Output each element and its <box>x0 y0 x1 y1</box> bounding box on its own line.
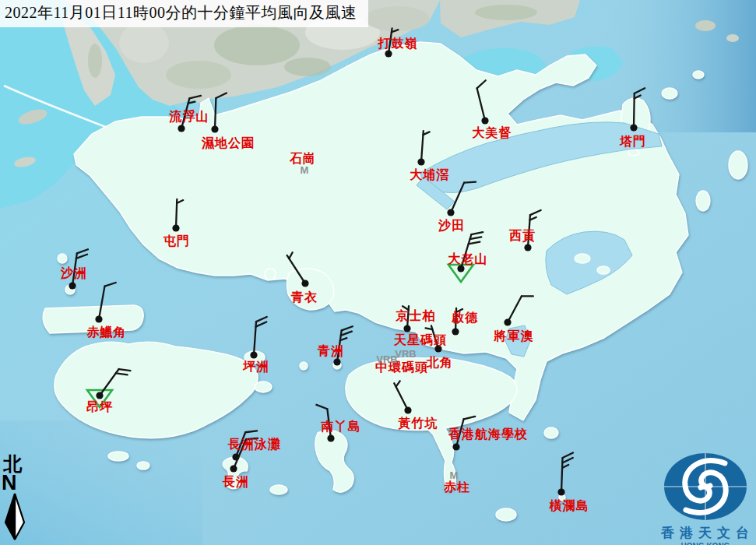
station-tseung-kwan-o <box>504 296 533 325</box>
wind-barb-full <box>316 405 327 409</box>
station-dot <box>417 158 424 165</box>
wind-barb-full <box>562 458 572 463</box>
station-dot <box>452 443 459 450</box>
wind-barb-full <box>342 326 353 330</box>
station-ngong-ping <box>96 369 130 399</box>
station-peng-chau <box>250 317 266 359</box>
station-wong-chuk-hang <box>394 381 411 413</box>
wind-barb-half <box>244 443 251 444</box>
station-dot <box>95 315 102 322</box>
wind-barb-staff <box>99 287 104 319</box>
station-dot <box>178 125 185 132</box>
wind-barb-full <box>246 438 258 439</box>
station-tai-po-kau <box>417 131 429 166</box>
station-dot <box>452 328 459 335</box>
wind-barb-full <box>464 182 476 183</box>
hko-logo-name-cn: 香港天文台 <box>659 524 756 542</box>
station-dot <box>403 325 410 332</box>
compass-needle-icon <box>2 493 28 541</box>
hko-logo-icon <box>659 452 751 523</box>
wind-map: 打鼓嶺流浮山濕地公園大美督大埔滘塔門沙田西貢屯門沙洲大老山赤鱲角青衣坪洲青洲京士… <box>0 0 756 545</box>
station-dot <box>69 282 76 289</box>
station-ta-kwu-ling <box>385 28 398 57</box>
station-dot <box>557 488 564 495</box>
station-sai-kung <box>524 210 540 251</box>
station-dot <box>96 392 103 399</box>
station-wetland-park <box>211 93 226 132</box>
station-dot <box>211 125 218 132</box>
wind-barb-full <box>116 373 128 374</box>
station-dot <box>250 351 257 358</box>
wind-barb-half <box>403 306 409 310</box>
wind-barb-full <box>104 283 115 287</box>
station-tai-mei-tuk <box>477 80 489 124</box>
station-kai-tak <box>452 308 462 336</box>
wind-barb-full <box>563 452 573 458</box>
wind-barb-half <box>289 252 292 258</box>
wind-barb-full <box>77 249 88 253</box>
station-dot <box>524 244 531 251</box>
station-lau-fau-shan <box>178 96 201 132</box>
north-label-en: N <box>2 473 33 493</box>
wind-barb-full <box>477 80 486 88</box>
station-lamma-island <box>316 405 334 442</box>
station-chek-lap-kok <box>95 283 115 323</box>
wind-barb-full <box>256 322 267 326</box>
wind-barb-full <box>256 317 267 322</box>
station-dot <box>404 406 411 413</box>
wind-barb-full <box>469 242 480 244</box>
station-dot <box>457 265 464 272</box>
station-green-island <box>333 326 352 365</box>
wind-barb-staff <box>287 255 305 283</box>
wind-barb-staff <box>508 296 522 322</box>
station-cheung-chau-beach <box>232 431 257 460</box>
station-sha-chau <box>69 249 88 289</box>
station-dot <box>172 224 179 231</box>
station-dot <box>630 124 637 131</box>
wind-barb-full <box>635 88 645 93</box>
station-dot <box>434 345 441 352</box>
station-sha-tin <box>447 182 476 216</box>
wind-barb-staff <box>327 409 331 438</box>
wind-barb-full <box>245 431 257 432</box>
north-indicator: 北 N <box>2 455 33 544</box>
wind-barb-full <box>464 417 476 419</box>
station-tap-mun <box>630 88 645 131</box>
station-dot <box>333 358 340 365</box>
station-tuen-mun <box>172 199 183 232</box>
wind-barb-staff <box>215 98 216 129</box>
wind-barb-full <box>216 93 226 98</box>
wind-barb-staff <box>477 88 485 121</box>
hko-logo: 香港天文台 HONG KONG OBSERVATORY <box>655 452 756 545</box>
station-tates-cairn <box>457 232 483 272</box>
wind-barb-full <box>471 232 483 234</box>
station-waglan-island <box>557 452 573 495</box>
wind-barb-staff <box>456 419 464 447</box>
station-dot <box>230 465 237 472</box>
station-dot <box>385 50 392 57</box>
station-dot <box>504 318 511 325</box>
station-dot <box>301 280 308 287</box>
wind-barb-full <box>530 210 541 215</box>
station-dot <box>447 209 454 216</box>
hko-logo-name-en: HONG KONG OBSERVATORY <box>655 542 756 545</box>
wind-barb-full <box>470 237 482 239</box>
wind-barb-half <box>396 381 400 386</box>
station-north-point <box>426 325 442 352</box>
station-layer <box>0 0 756 545</box>
station-kings-park <box>403 306 411 332</box>
station-tsing-yi <box>287 252 309 287</box>
station-dot <box>481 117 488 124</box>
wind-barb-full <box>341 332 352 336</box>
map-title: 2022年11月01日11時00分的十分鐘平均風向及風速 <box>0 0 368 27</box>
wind-barb-full <box>76 255 87 258</box>
station-hk-sea-school <box>452 417 475 451</box>
wind-barb-full <box>189 96 201 98</box>
wind-barb-full <box>119 369 131 371</box>
wind-barb-staff <box>451 183 464 213</box>
station-dot <box>327 434 334 441</box>
